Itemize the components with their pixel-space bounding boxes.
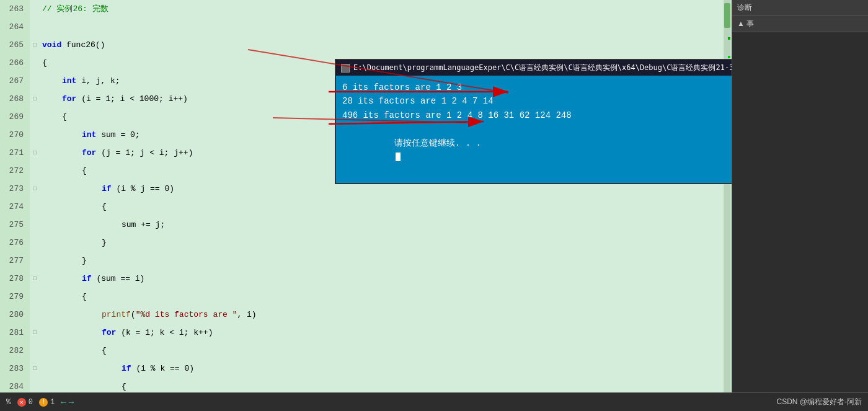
table-row: 275 sum += j; bbox=[0, 216, 732, 234]
code-content: printf("%d its factors are ", i) bbox=[102, 306, 257, 324]
terminal-cursor bbox=[396, 152, 401, 161]
table-row: 281 □ for (k = 1; k < i; k++) bbox=[0, 324, 732, 342]
warning-icon: ! bbox=[39, 398, 48, 407]
code-content: { bbox=[82, 162, 87, 180]
percent-item: % bbox=[6, 397, 11, 407]
table-row: 278 □ if (sum == i) bbox=[0, 270, 732, 288]
indent-guides: } bbox=[40, 234, 732, 252]
table-row: 264 bbox=[0, 18, 732, 36]
code-content: int i, j, k; bbox=[62, 72, 120, 90]
code-content: { bbox=[102, 342, 107, 360]
code-content: // 实例26: 完数 bbox=[42, 0, 108, 18]
fold-indicator[interactable]: □ bbox=[30, 144, 40, 162]
line-number: 272 bbox=[0, 162, 30, 180]
scrollbar-thumb[interactable] bbox=[724, 3, 730, 28]
table-row: 276 } bbox=[0, 234, 732, 252]
line-number: 273 bbox=[0, 180, 30, 198]
right-panel-section: ▲ 事 bbox=[732, 16, 868, 32]
code-content: { bbox=[62, 108, 67, 126]
code-content: if (sum == i) bbox=[82, 270, 144, 288]
line-number: 267 bbox=[0, 72, 30, 90]
percent-label: % bbox=[6, 397, 11, 407]
line-number: 265 bbox=[0, 36, 30, 54]
code-content: { bbox=[102, 198, 107, 216]
status-attribution: CSDN @编程爱好者-阿新 bbox=[776, 397, 862, 407]
table-row: 279 { bbox=[0, 288, 732, 306]
line-number: 282 bbox=[0, 342, 30, 360]
indent-guides: } bbox=[40, 252, 732, 270]
error-count-group: ✕ 0 bbox=[17, 398, 33, 407]
line-number: 266 bbox=[0, 54, 30, 72]
line-number: 279 bbox=[0, 288, 30, 306]
code-content: for (j = 1; j < i; j++) bbox=[82, 144, 193, 162]
indent-guides: // 实例26: 完数 bbox=[40, 0, 732, 18]
line-number: 274 bbox=[0, 198, 30, 216]
fold-indicator[interactable]: □ bbox=[30, 36, 40, 54]
line-number: 276 bbox=[0, 234, 30, 252]
arrow-right[interactable]: → bbox=[69, 397, 74, 407]
right-panel-header: 诊断 bbox=[732, 0, 868, 16]
terminal-window: E:\Document\programmLanguageExper\C\C语言经… bbox=[335, 59, 732, 184]
table-row: 283 □ if (i % k == 0) bbox=[0, 360, 732, 378]
line-number: 278 bbox=[0, 270, 30, 288]
arrow-left[interactable]: ← bbox=[61, 397, 66, 407]
terminal-line-2: 28 its factors are 1 2 4 7 14 bbox=[342, 94, 732, 108]
indent-guides: if (sum == i) bbox=[40, 270, 732, 288]
terminal-title: E:\Document\programmLanguageExper\C\C语言经… bbox=[353, 63, 732, 73]
line-number: 263 bbox=[0, 0, 30, 18]
fold-indicator[interactable]: □ bbox=[30, 360, 40, 378]
main-container: 263 // 实例26: 完数 264 265 □ void func26() bbox=[0, 0, 868, 392]
table-row: 280 printf("%d its factors are ", i) bbox=[0, 306, 732, 324]
indent-guides: { bbox=[40, 342, 732, 360]
indent-guides: sum += j; bbox=[40, 216, 732, 234]
line-number: 280 bbox=[0, 306, 30, 324]
status-left: % ✕ 0 ! 1 ← → bbox=[6, 397, 74, 407]
fold-indicator[interactable]: □ bbox=[30, 90, 40, 108]
nav-arrows: ← → bbox=[61, 397, 74, 407]
indent-guides: { bbox=[40, 378, 732, 392]
scrollbar-marker bbox=[728, 37, 730, 40]
table-row: 265 □ void func26() bbox=[0, 36, 732, 54]
terminal-prompt: 请按任意键继续. . . bbox=[394, 138, 481, 148]
fold-indicator[interactable]: □ bbox=[30, 270, 40, 288]
line-number: 270 bbox=[0, 126, 30, 144]
code-content: sum += j; bbox=[122, 216, 165, 234]
error-icon: ✕ bbox=[17, 398, 26, 407]
line-number: 268 bbox=[0, 90, 30, 108]
line-number: 283 bbox=[0, 360, 30, 378]
warning-count-group: ! 1 bbox=[39, 398, 55, 407]
code-content: { bbox=[122, 378, 126, 392]
indent-guides: if (i % k == 0) bbox=[40, 360, 732, 378]
line-number: 277 bbox=[0, 252, 30, 270]
code-content: if (i % k == 0) bbox=[122, 360, 194, 378]
code-content: { bbox=[82, 288, 87, 306]
warning-count: 1 bbox=[50, 398, 55, 407]
terminal-body: 6 its factors are 1 2 3 28 its factors a… bbox=[336, 76, 732, 183]
code-content: if (i % j == 0) bbox=[102, 180, 174, 198]
indent-guides: { bbox=[40, 288, 732, 306]
table-row: 277 } bbox=[0, 252, 732, 270]
terminal-titlebar: E:\Document\programmLanguageExper\C\C语言经… bbox=[336, 60, 732, 76]
table-row: 263 // 实例26: 完数 bbox=[0, 0, 732, 18]
terminal-line-1: 6 its factors are 1 2 3 bbox=[342, 81, 732, 94]
indent-guides: for (k = 1; k < i; k++) bbox=[40, 324, 732, 342]
indent-guides: printf("%d its factors are ", i) bbox=[40, 306, 732, 324]
scrollbar-marker bbox=[728, 56, 730, 58]
terminal-line-4: 请按任意键继续. . . bbox=[342, 122, 732, 178]
indent-guides: { bbox=[40, 198, 732, 216]
terminal-line-3: 496 its factors are 1 2 4 8 16 31 62 124… bbox=[342, 108, 732, 122]
line-number: 275 bbox=[0, 216, 30, 234]
error-count: 0 bbox=[29, 398, 33, 407]
fold-indicator[interactable]: □ bbox=[30, 324, 40, 342]
code-content: } bbox=[82, 252, 87, 270]
code-content: int sum = 0; bbox=[82, 126, 140, 144]
line-number: 284 bbox=[0, 378, 30, 392]
fold-indicator[interactable]: □ bbox=[30, 180, 40, 198]
code-content: { bbox=[42, 54, 47, 72]
line-number: 264 bbox=[0, 18, 30, 36]
table-row: 284 { bbox=[0, 378, 732, 392]
code-content: for (i = 1; i < 1000; i++) bbox=[62, 90, 188, 108]
code-content: for (k = 1; k < i; k++) bbox=[102, 324, 213, 342]
table-row: 274 { bbox=[0, 198, 732, 216]
indent-guides: void func26() bbox=[40, 36, 732, 54]
